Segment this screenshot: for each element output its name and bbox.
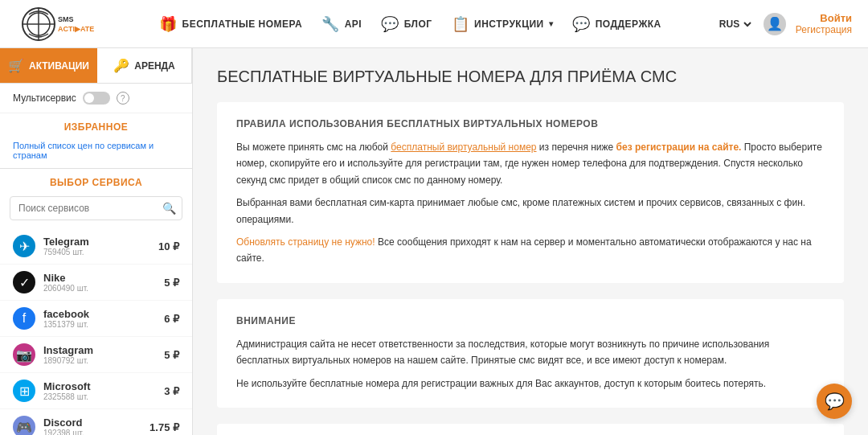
nav-blog[interactable]: 💬 БЛОГ <box>381 15 432 33</box>
service-logo-instagram: 📷 <box>13 343 35 366</box>
rental-icon: 🔑 <box>113 58 129 73</box>
sidebar: 🛒 АКТИВАЦИИ 🔑 АРЕНДА Мультисервис ? ИЗБР… <box>0 48 193 435</box>
favorites-title: ИЗБРАННОЕ <box>0 113 192 141</box>
tab-rental[interactable]: 🔑 АРЕНДА <box>97 48 192 83</box>
chevron-down-icon: ▾ <box>549 19 554 28</box>
header-right: RUS ENG 👤 Войти Регистрация <box>716 12 852 35</box>
service-price: 3 ₽ <box>164 385 179 397</box>
help-icon[interactable]: ? <box>117 92 129 105</box>
service-logo-facebook: f <box>13 307 35 330</box>
page-title: БЕСПЛАТНЫЕ ВИРТУАЛЬНЫЕ НОМЕРА ДЛЯ ПРИЁМА… <box>217 68 844 86</box>
list-item[interactable]: ⊞ Microsoft 2325588 шт. 3 ₽ <box>0 373 192 409</box>
service-count: 1351379 шт. <box>43 320 156 329</box>
blog-icon: 💬 <box>381 15 399 33</box>
instructions-icon: 📋 <box>452 15 470 33</box>
rules-text: Вы можете принять смс на любой бесплатны… <box>236 139 825 188</box>
service-price: 6 ₽ <box>164 313 179 325</box>
full-price-link[interactable]: Полный список цен по сервисам и странам <box>0 141 192 169</box>
service-name: facebook <box>43 308 156 320</box>
nav-free-numbers[interactable]: 🎁 БЕСПЛАТНЫЕ НОМЕРА <box>159 15 302 33</box>
rules-bold-2: Выбранная вами бесплатная сим-карта прин… <box>236 195 825 228</box>
service-selection-title: ВЫБОР СЕРВИСА <box>0 169 192 196</box>
rules-card: ПРАВИЛА ИСПОЛЬЗОВАНИЯ БЕСПЛАТНЫХ ВИРТУАЛ… <box>217 102 844 283</box>
nav-api[interactable]: 🔧 API <box>321 15 362 33</box>
service-info: Discord 192398 шт. <box>43 417 141 435</box>
rules-update: Обновлять страницу не нужно! Все сообщен… <box>236 234 825 267</box>
chat-float-button[interactable]: 💬 <box>817 384 852 419</box>
service-name: Microsoft <box>43 380 156 392</box>
warning-card: ВНИМАНИЕ Администрация сайта не несет от… <box>217 299 844 408</box>
login-button[interactable]: Войти <box>796 12 852 24</box>
service-count: 1890792 шт. <box>43 356 156 365</box>
support-icon: 💬 <box>572 15 591 33</box>
activations-icon: 🛒 <box>8 58 24 73</box>
service-price: 1.75 ₽ <box>149 421 179 433</box>
list-item[interactable]: 🎮 Discord 192398 шт. 1.75 ₽ <box>0 409 192 435</box>
list-item[interactable]: ✈ Telegram 759405 шт. 10 ₽ <box>0 228 192 265</box>
service-name: Telegram <box>43 236 150 248</box>
tab-activations[interactable]: 🛒 АКТИВАЦИИ <box>0 48 97 83</box>
search-box: 🔍 <box>10 196 182 220</box>
service-logo-discord: 🎮 <box>13 416 35 435</box>
auth-buttons: Войти Регистрация <box>796 12 852 35</box>
service-price: 10 ₽ <box>158 240 179 252</box>
register-button[interactable]: Регистрация <box>796 24 852 35</box>
list-item[interactable]: f facebook 1351379 шт. 6 ₽ <box>0 301 192 337</box>
service-info: Instagram 1890792 шт. <box>43 344 156 365</box>
main-nav: 🎁 БЕСПЛАТНЫЕ НОМЕРА 🔧 API 💬 БЛОГ 📋 ИНСТР… <box>104 15 716 33</box>
service-count: 759405 шт. <box>43 248 150 256</box>
warning-title: ВНИМАНИЕ <box>236 315 825 326</box>
number-section: 🇷🇺 Россия ▾ 🇷🇺 ☁ 79175912833 ⬇ Номер доб… <box>217 424 844 435</box>
service-info: Microsoft 2325588 шт. <box>43 380 156 401</box>
service-price: 5 ₽ <box>164 349 179 361</box>
service-info: Nike 2060490 шт. <box>43 272 156 293</box>
service-count: 192398 шт. <box>43 429 141 435</box>
nav-instructions[interactable]: 📋 ИНСТРУКЦИИ ▾ <box>452 15 554 33</box>
user-avatar-icon: 👤 <box>764 13 786 35</box>
multiservice-toggle[interactable] <box>83 92 110 105</box>
search-input[interactable] <box>10 196 182 220</box>
svg-text:SMS: SMS <box>58 15 74 23</box>
service-list: ✈ Telegram 759405 шт. 10 ₽ ✓ Nike 206049… <box>0 228 192 435</box>
language-select[interactable]: RUS ENG <box>716 18 754 31</box>
search-icon[interactable]: 🔍 <box>162 202 176 215</box>
service-info: facebook 1351379 шт. <box>43 308 156 329</box>
service-info: Telegram 759405 шт. <box>43 236 150 256</box>
service-logo-telegram: ✈ <box>13 235 35 257</box>
sidebar-tabs: 🛒 АКТИВАЦИИ 🔑 АРЕНДА <box>0 48 192 84</box>
svg-text:ACTI▶ATE: ACTI▶ATE <box>58 25 94 33</box>
service-logo-microsoft: ⊞ <box>13 380 35 402</box>
multiservice-row: Мультисервис ? <box>0 84 192 113</box>
nav-support[interactable]: 💬 ПОДДЕРЖКА <box>572 15 661 33</box>
main-content: БЕСПЛАТНЫЕ ВИРТУАЛЬНЫЕ НОМЕРА ДЛЯ ПРИЁМА… <box>193 48 868 435</box>
gift-icon: 🎁 <box>159 15 178 33</box>
warning-bold: Не используйте бесплатные номера для рег… <box>236 375 825 392</box>
api-icon: 🔧 <box>321 15 340 33</box>
service-name: Instagram <box>43 344 156 356</box>
list-item[interactable]: ✓ Nike 2060490 шт. 5 ₽ <box>0 265 192 301</box>
warning-text: Администрация сайта не несет ответственн… <box>236 336 825 369</box>
service-name: Discord <box>43 417 141 429</box>
header: SMS ACTI▶ATE 🎁 БЕСПЛАТНЫЕ НОМЕРА 🔧 API 💬… <box>0 0 868 48</box>
service-count: 2060490 шт. <box>43 284 156 293</box>
service-name: Nike <box>43 272 156 284</box>
service-price: 5 ₽ <box>164 277 179 289</box>
service-count: 2325588 шт. <box>43 392 156 401</box>
page-layout: 🛒 АКТИВАЦИИ 🔑 АРЕНДА Мультисервис ? ИЗБР… <box>0 48 868 435</box>
list-item[interactable]: 📷 Instagram 1890792 шт. 5 ₽ <box>0 337 192 373</box>
rules-title: ПРАВИЛА ИСПОЛЬЗОВАНИЯ БЕСПЛАТНЫХ ВИРТУАЛ… <box>236 118 825 129</box>
logo[interactable]: SMS ACTI▶ATE <box>16 4 104 44</box>
service-logo-nike: ✓ <box>13 271 35 293</box>
